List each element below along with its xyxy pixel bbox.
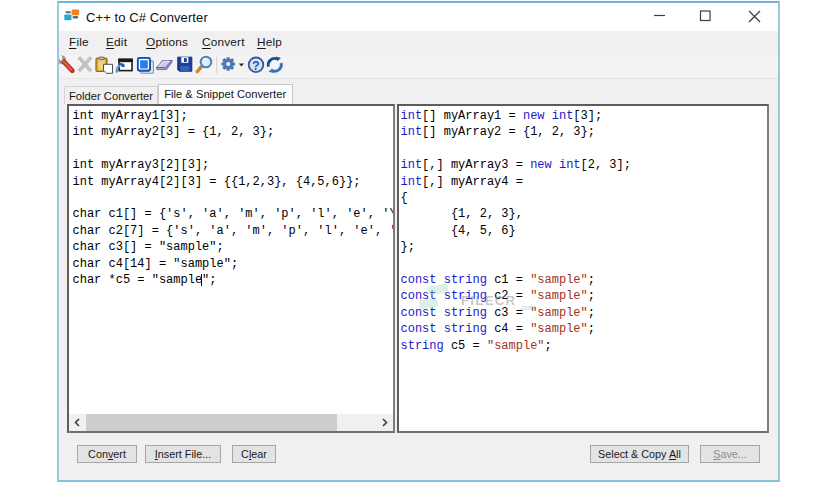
svg-text:?: ? (252, 58, 260, 72)
